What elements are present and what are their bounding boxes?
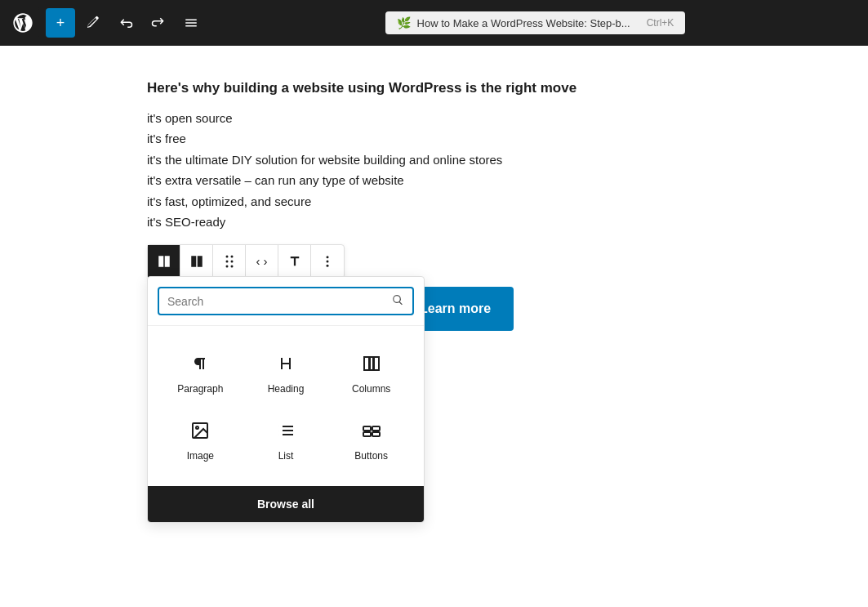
columns-block-icon (358, 350, 385, 377)
browse-all-button[interactable]: Browse all (148, 486, 424, 522)
section-heading: Here's why building a website using Word… (147, 78, 678, 98)
page-title-bar[interactable]: 🌿 How to Make a WordPress Website: Step-… (385, 11, 686, 34)
arrows-icon: ‹ › (256, 254, 267, 268)
search-icon (391, 293, 404, 309)
main-toolbar: + 🌿 How to Make a WordPress Website: Ste… (0, 0, 868, 46)
buttons-block-icon (358, 417, 385, 444)
search-input-wrapper (158, 287, 414, 315)
toolbar-center: 🌿 How to Make a WordPress Website: Step-… (209, 11, 861, 34)
list-item: it's the ultimate DIY solution for websi… (147, 150, 678, 171)
heading-icon (273, 350, 299, 377)
block-columns-toggle[interactable] (148, 245, 180, 278)
columns-label: Columns (352, 383, 390, 395)
svg-point-0 (327, 256, 329, 258)
inserter-item-image[interactable]: Image (158, 406, 243, 473)
svg-point-7 (196, 426, 198, 429)
list-view-icon (184, 16, 198, 30)
leaf-icon: 🌿 (397, 16, 411, 29)
columns-icon (189, 254, 204, 269)
list-block-icon (273, 417, 299, 444)
more-vertical-icon (320, 254, 335, 269)
add-block-toolbar-button[interactable]: + (46, 8, 75, 38)
two-columns-icon (157, 254, 171, 269)
inserter-search-area (148, 277, 424, 326)
svg-rect-14 (363, 426, 371, 431)
content-list: it's open source it's free it's the ulti… (147, 108, 678, 233)
inserter-item-list[interactable]: List (243, 406, 329, 473)
inserter-item-paragraph[interactable]: Paragraph (158, 339, 243, 406)
block-type-button[interactable] (180, 245, 213, 278)
list-item: it's open source (147, 108, 678, 129)
main-content: Here's why building a website using Word… (0, 46, 868, 364)
paragraph-icon (187, 350, 213, 377)
image-label: Image (187, 450, 214, 462)
edit-button[interactable] (78, 8, 108, 38)
svg-point-1 (327, 260, 329, 262)
block-inserter-panel: Paragraph Heading Columns (147, 276, 425, 523)
inserter-item-columns[interactable]: Columns (328, 339, 414, 406)
block-toolbar: ‹ › (147, 244, 345, 279)
svg-rect-15 (372, 426, 380, 431)
list-item: it's extra versatile – can run any type … (147, 170, 678, 191)
page-title-text: How to Make a WordPress Website: Step-b.… (417, 17, 630, 29)
svg-rect-4 (370, 357, 373, 370)
keyboard-shortcut: Ctrl+K (647, 17, 674, 29)
undo-button[interactable] (111, 8, 140, 38)
list-item: it's free (147, 128, 678, 150)
inserter-items-grid: Paragraph Heading Columns (148, 326, 424, 486)
svg-point-2 (327, 265, 329, 267)
svg-rect-17 (372, 432, 380, 436)
pencil-icon (86, 16, 100, 30)
move-arrows-button[interactable]: ‹ › (246, 245, 278, 278)
list-item: it's fast, optimized, and secure (147, 191, 678, 212)
wordpress-logo[interactable] (7, 7, 39, 39)
heading-label: Heading (268, 383, 305, 395)
redo-icon (151, 16, 166, 30)
inserter-item-buttons[interactable]: Buttons (328, 406, 414, 473)
list-item: it's SEO-ready (147, 212, 678, 233)
redo-button[interactable] (144, 8, 173, 38)
buttons-label: Buttons (354, 450, 388, 462)
svg-rect-3 (364, 357, 369, 370)
drag-handle-button[interactable] (213, 245, 246, 278)
inserter-item-heading[interactable]: Heading (243, 339, 329, 406)
svg-rect-5 (374, 357, 379, 370)
text-icon (287, 254, 302, 269)
text-align-button[interactable] (278, 245, 311, 278)
document-overview-button[interactable] (176, 8, 206, 38)
list-label: List (278, 450, 294, 462)
paragraph-label: Paragraph (177, 383, 223, 395)
more-options-button[interactable] (311, 245, 344, 278)
undo-icon (118, 16, 133, 30)
wp-logo-icon (11, 11, 34, 34)
search-input[interactable] (167, 295, 385, 308)
drag-icon (222, 254, 237, 269)
svg-rect-16 (363, 432, 371, 436)
image-block-icon (187, 417, 213, 444)
